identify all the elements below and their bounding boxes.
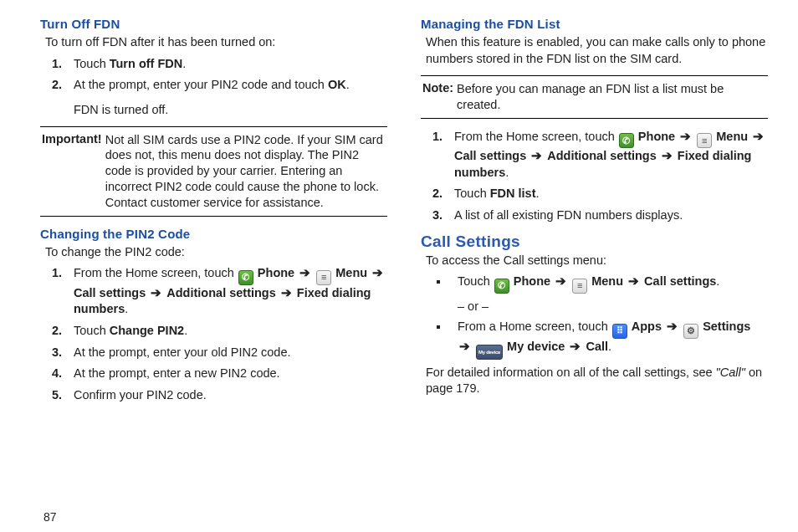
menu-icon: ≡ <box>572 279 587 294</box>
arrow-icon: ➔ <box>149 286 163 299</box>
step: At the prompt, enter your PIN2 code and … <box>65 77 387 117</box>
step: From the Home screen, touch ✆ Phone ➔ ≡ … <box>65 265 387 318</box>
phone-icon: ✆ <box>494 279 509 294</box>
arrow-icon: ➔ <box>660 149 674 162</box>
intro-change-pin2: To change the PIN2 code: <box>45 244 387 261</box>
change-pin2-steps: From the Home screen, touch ✆ Phone ➔ ≡ … <box>60 265 387 403</box>
option: Touch ✆ Phone ➔ ≡ Menu ➔ Call settings. … <box>449 274 768 314</box>
important-box: Important! Not all SIM cards use a PIN2 … <box>40 126 387 217</box>
right-column: Managing the FDN List When this feature … <box>421 13 768 525</box>
arrow-icon: ➔ <box>665 320 679 333</box>
important-label: Important! <box>42 132 102 211</box>
page-number: 87 <box>43 510 57 524</box>
heading-managing-fdn: Managing the FDN List <box>421 17 768 31</box>
step-result: FDN is turned off. <box>74 102 387 118</box>
note-box: Note: Before you can manage an FDN list … <box>421 75 768 119</box>
heading-call-settings: Call Settings <box>421 233 768 251</box>
step: Touch Change PIN2. <box>65 323 387 340</box>
step: At the prompt, enter your old PIN2 code. <box>65 345 387 361</box>
intro-call-settings: To access the Call settings menu: <box>426 253 768 269</box>
managing-fdn-steps: From the Home screen, touch ✆ Phone ➔ ≡ … <box>441 129 768 224</box>
arrow-icon: ➔ <box>568 340 582 353</box>
arrow-icon: ➔ <box>298 266 312 279</box>
call-settings-options: Touch ✆ Phone ➔ ≡ Menu ➔ Call settings. … <box>444 274 768 360</box>
settings-icon: ⚙ <box>683 324 698 339</box>
phone-icon: ✆ <box>619 133 634 148</box>
apps-icon: ⠿ <box>612 324 627 339</box>
intro-turn-off: To turn off FDN after it has been turned… <box>45 34 387 51</box>
important-text: Not all SIM cards use a PIN2 code. If yo… <box>105 132 386 211</box>
arrow-icon: ➔ <box>371 266 385 279</box>
cross-reference: "Call" <box>716 366 745 379</box>
step: Touch FDN list. <box>446 186 768 202</box>
intro-managing-fdn: When this feature is enabled, you can ma… <box>426 34 768 67</box>
phone-icon: ✆ <box>238 270 253 285</box>
note-text: Before you can manage an FDN list a list… <box>457 81 766 113</box>
arrow-icon: ➔ <box>627 274 641 288</box>
left-column: Turn Off FDN To turn off FDN after it ha… <box>40 13 387 525</box>
step: At the prompt, enter a new PIN2 code. <box>65 366 387 382</box>
step: Touch Turn off FDN. <box>65 56 387 73</box>
arrow-icon: ➔ <box>554 274 568 288</box>
menu-icon: ≡ <box>316 270 331 285</box>
arrow-icon: ➔ <box>529 149 544 162</box>
menu-icon: ≡ <box>697 133 712 148</box>
heading-change-pin2: Changing the PIN2 Code <box>40 227 387 241</box>
option: From a Home screen, touch ⠿ Apps ➔ ⚙ Set… <box>449 319 768 360</box>
note-label: Note: <box>422 81 453 113</box>
turn-off-steps: Touch Turn off FDN. At the prompt, enter… <box>60 56 387 118</box>
option-or: – or – <box>458 299 768 315</box>
mydevice-icon: My device <box>476 345 503 360</box>
arrow-icon: ➔ <box>279 286 294 299</box>
heading-turn-off-fdn: Turn Off FDN <box>40 17 387 31</box>
step: Confirm your PIN2 code. <box>65 387 387 404</box>
call-settings-footer: For detailed information on all of the c… <box>426 365 768 396</box>
arrow-icon: ➔ <box>458 340 472 353</box>
arrow-icon: ➔ <box>678 130 693 143</box>
step: From the Home screen, touch ✆ Phone ➔ ≡ … <box>446 129 768 182</box>
arrow-icon: ➔ <box>751 130 765 143</box>
manual-page: Turn Off FDN To turn off FDN after it ha… <box>0 0 798 532</box>
step: A list of all existing FDN numbers displ… <box>446 207 768 224</box>
